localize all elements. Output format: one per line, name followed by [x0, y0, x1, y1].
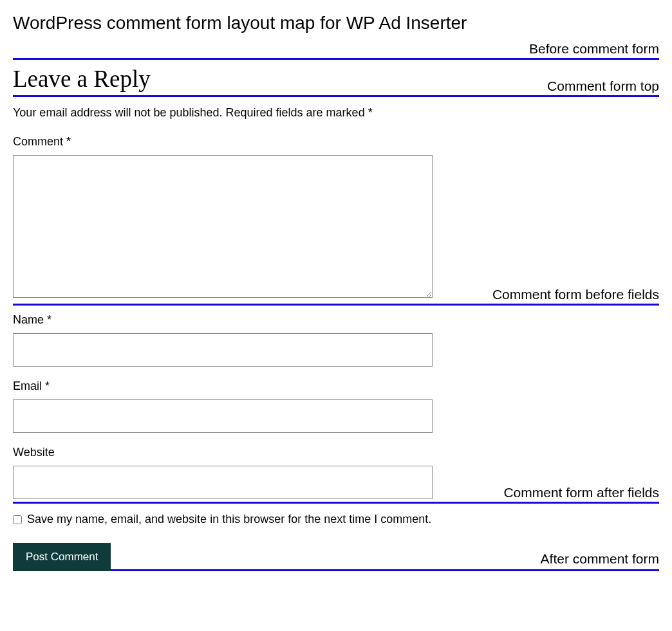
email-field-group: Email *	[13, 380, 659, 433]
marker-label: After comment form	[541, 551, 659, 567]
marker-comment-form-before-fields: Comment form before fields	[13, 304, 659, 306]
page-title: WordPress comment form layout map for WP…	[13, 13, 659, 33]
marker-comment-form-after-fields: Comment form after fields	[13, 502, 659, 504]
marker-comment-form-top: Comment form top	[13, 95, 659, 97]
marker-before-comment-form: Before comment form	[13, 58, 659, 60]
email-input[interactable]	[13, 399, 433, 433]
comment-label: Comment *	[13, 135, 659, 149]
save-info-row: Save my name, email, and website in this…	[13, 513, 659, 526]
email-label: Email *	[13, 380, 659, 393]
comment-textarea[interactable]	[13, 155, 433, 298]
website-input[interactable]	[13, 466, 433, 499]
marker-label: Comment form top	[547, 78, 659, 94]
comment-field-group: Comment *	[13, 135, 659, 300]
name-input[interactable]	[13, 333, 433, 367]
name-label: Name *	[13, 313, 659, 327]
email-note: Your email address will not be published…	[13, 106, 659, 120]
save-info-checkbox[interactable]	[13, 515, 22, 524]
marker-label: Comment form before fields	[492, 287, 659, 302]
name-field-group: Name *	[13, 313, 659, 367]
marker-label: Comment form after fields	[503, 485, 659, 500]
website-label: Website	[13, 446, 659, 459]
marker-label: Before comment form	[529, 41, 659, 57]
submit-row: Post Comment After comment form	[13, 543, 659, 571]
save-info-label: Save my name, email, and website in this…	[27, 513, 431, 526]
post-comment-button[interactable]: Post Comment	[13, 543, 111, 571]
